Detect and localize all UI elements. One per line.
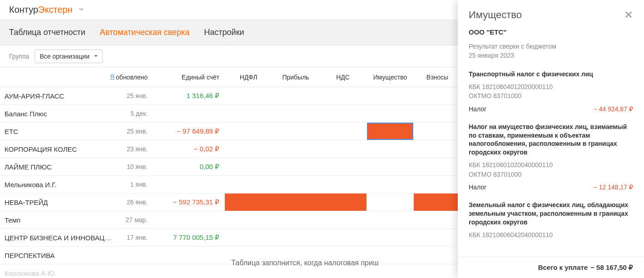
tax-row-value: − 44 924,67 ₽: [594, 105, 633, 113]
detail-panel: Имущество ✕ ООО "ЕТС" Результат сверки с…: [458, 0, 644, 278]
cell-property[interactable]: [367, 123, 414, 139]
row-date: 26 янв.: [118, 199, 152, 206]
cell-nds[interactable]: [319, 194, 367, 211]
tax-row-value: − 12 148,17 ₽: [594, 184, 633, 191]
row-date: 10 янв.: [118, 163, 152, 170]
row-date: 17 янв.: [118, 234, 152, 241]
tax-title: Транспортный налог с физических лиц: [469, 70, 633, 79]
panel-date: 25 января 2023: [469, 51, 633, 60]
col-property: Имущество: [367, 74, 414, 81]
col-updated: ? обновлено: [118, 74, 152, 81]
account-value: − 0,02 ₽: [194, 145, 219, 153]
tax-title: Земельный налог с физических лиц, облада…: [469, 201, 633, 227]
tax-block: Транспортный налог с физических лиц КБК …: [469, 70, 633, 112]
row-account: − 0,02 ₽: [152, 145, 225, 153]
tax-kbk: КБК 18210604012020000110: [469, 82, 633, 91]
footer-note: Таблица заполнится, когда налоговая приш: [152, 259, 458, 267]
col-profit: Прибыль: [272, 74, 319, 81]
logo-part1: Контур: [9, 5, 38, 15]
tax-row-label: Налог: [469, 105, 486, 113]
group-select-value: Все организации: [40, 53, 89, 60]
tax-title: Налог на имущество физических лиц, взима…: [469, 123, 633, 157]
row-name: Корлюкова А.Ю.: [0, 269, 118, 277]
cell-ndfl[interactable]: [225, 194, 272, 211]
total-label: Всего к уплате: [538, 263, 588, 272]
panel-total: Всего к уплате − 58 167,50 ₽: [458, 257, 644, 278]
chevron-down-icon[interactable]: [78, 6, 84, 14]
row-date: 23 янв.: [118, 145, 152, 153]
tab-reporting[interactable]: Таблица отчетности: [9, 28, 85, 37]
tax-block: Земельный налог с физических лиц, облада…: [469, 201, 633, 239]
row-date: 1 янв.: [118, 181, 152, 188]
row-account: 1 316,46 ₽: [152, 92, 225, 100]
account-value: 1 316,46 ₽: [186, 92, 219, 99]
row-date: 27 мар.: [118, 216, 152, 223]
col-nds: НДС: [319, 74, 367, 81]
group-label: Группа: [9, 53, 29, 60]
cell-profit[interactable]: [272, 194, 319, 211]
row-date: 25 янв.: [118, 128, 152, 135]
col-account: Единый счёт: [152, 74, 225, 81]
tab-reconciliation[interactable]: Автоматическая сверка: [100, 28, 190, 37]
account-value: 7 770 005,15 ₽: [173, 233, 219, 241]
row-name: ПЕРСПЕКТИВА: [0, 252, 118, 259]
total-value: − 58 167,50 ₽: [590, 263, 633, 272]
row-name: КОРПОРАЦИЯ КОЛЕС: [0, 145, 118, 153]
logo-part2: Экстерн: [38, 5, 73, 15]
panel-title: Имущество: [469, 9, 624, 21]
tax-kbk: КБК 18210601020040000110: [469, 160, 633, 169]
tax-kbk: КБК 18210606042040000110: [469, 230, 633, 239]
help-small-icon[interactable]: ?: [111, 74, 114, 80]
tax-block: Налог на имущество физических лиц, взима…: [469, 123, 633, 191]
row-date: 5 дек.: [118, 110, 152, 117]
row-account: 0,00 ₽: [152, 163, 225, 171]
cell-contrib[interactable]: [414, 194, 461, 211]
tax-oktmo: ОКТМО 83701000: [469, 91, 633, 100]
panel-subtitle: Результат сверки с бюджетом: [469, 42, 633, 51]
row-account: 7 770 005,15 ₽: [152, 233, 225, 242]
row-name: ЦЕНТР БИЗНЕСА И ИННОВАЦ…: [0, 234, 118, 242]
row-name: Темп: [0, 216, 118, 224]
account-value: − 592 735,31 ₽: [173, 198, 219, 206]
row-account: − 97 649,89 ₽: [152, 127, 225, 135]
account-value: − 97 649,89 ₽: [177, 127, 219, 135]
group-select[interactable]: Все организации: [35, 50, 103, 63]
row-date: 25 янв.: [118, 92, 152, 99]
logo[interactable]: КонтурЭкстерн: [9, 5, 73, 15]
tax-oktmo: ОКТМО 83701000: [469, 170, 633, 179]
col-contrib: Взносы: [414, 74, 461, 81]
row-name: Мельникова И.Г.: [0, 181, 118, 189]
tax-row-label: Налог: [469, 184, 486, 191]
row-account: − 592 735,31 ₽: [152, 198, 225, 206]
account-value: 0,00 ₽: [200, 163, 219, 170]
panel-org: ООО "ЕТС": [469, 28, 633, 36]
row-name: НЕВА-ТРЕЙД: [0, 199, 118, 206]
tab-settings[interactable]: Настройки: [204, 28, 244, 37]
row-name: ЛАЙМЕ ПЛЮС: [0, 163, 118, 171]
row-name: Баланс Плюс: [0, 110, 118, 118]
row-name: АУМ-АРИЯ-ГЛАСС: [0, 92, 118, 100]
close-icon[interactable]: ✕: [624, 10, 633, 20]
col-ndfl: НДФЛ: [225, 74, 272, 81]
row-name: ЕТС: [0, 128, 118, 135]
